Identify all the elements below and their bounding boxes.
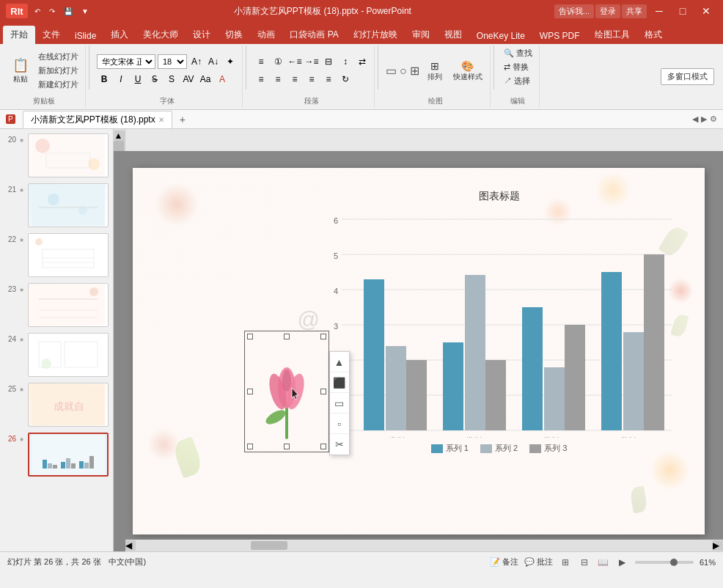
zoom-slider[interactable] [635,561,694,564]
online-slides-button[interactable]: 在线幻灯片 [36,51,81,63]
decrease-indent-button[interactable]: ←≡ [287,54,302,69]
chart-area[interactable]: 图表标题 6 5 4 3 2 1 0 [323,190,675,468]
align-center-button[interactable]: ≡ [271,72,285,87]
cm-small-rect-button[interactable]: ▫ [330,414,349,434]
multiwindow-button[interactable]: 多窗口模式 [661,68,714,85]
redo-button[interactable]: ↷ [47,7,57,16]
slide-sorter-button[interactable]: ⊟ [578,556,591,569]
line-spacing-button[interactable]: ↕ [338,54,353,69]
bullets-button[interactable]: ≡ [254,54,268,69]
increase-indent-button[interactable]: →≡ [304,54,319,69]
tab-animation[interactable]: 动画 [250,26,282,44]
font-size-select[interactable]: 18 [158,54,187,69]
add-tab-button[interactable]: + [175,111,190,128]
scroll-right-button[interactable]: ▶ [713,540,723,551]
reading-view-button[interactable]: 📖 [597,556,610,569]
paste-button[interactable]: 📋 粘贴 [7,56,34,86]
case-button[interactable]: Aa [198,72,213,87]
minimize-button[interactable]: ─ [648,4,670,18]
normal-view-button[interactable]: ⊞ [559,556,572,569]
comments-button[interactable]: 💬 批注 [524,556,553,567]
shadow-button[interactable]: S [164,72,179,87]
oval-icon[interactable]: ○ [400,65,407,78]
advertise-button[interactable]: 告诉我... [554,4,594,18]
tab-beautify[interactable]: 美化大师 [136,26,186,44]
slide-thumb-21[interactable]: 21 ★ [3,182,110,229]
handle-tm[interactable] [284,334,290,339]
font-color-button[interactable]: A [215,72,230,87]
slide-canvas[interactable]: ▲ ⬛ ▭ ▫ ✂ @ 图表标题 6 5 [114,151,723,551]
tab-next-button[interactable]: ▶ [701,114,707,124]
handle-ml[interactable] [247,389,253,394]
scroll-thumb-h[interactable] [251,541,287,550]
bold-button[interactable]: B [97,72,111,87]
tab-settings-button[interactable]: ⚙ [710,114,717,124]
tab-pocket-animation[interactable]: 口袋动画 PA [282,26,345,44]
undo-button[interactable]: ↶ [32,7,43,16]
decrease-font-button[interactable]: A↓ [206,54,221,69]
close-button[interactable]: ✕ [695,4,717,18]
cm-cut-button[interactable]: ✂ [330,434,349,455]
file-tab-close[interactable]: ✕ [158,116,164,124]
shapes-more-icon[interactable]: ⊞ [410,64,419,78]
clear-format-button[interactable]: ✦ [223,54,238,69]
quick-styles-button[interactable]: 🎨 快速样式 [450,59,485,84]
tab-transition[interactable]: 切换 [218,26,250,44]
slide-thumb-26[interactable]: 26 ★ [3,431,110,478]
maximize-button[interactable]: □ [672,4,694,18]
direction-button[interactable]: ⇄ [355,54,370,69]
replace-button[interactable]: ⇄ 替换 [502,61,535,73]
align-left-button[interactable]: ≡ [254,72,268,87]
login-button[interactable]: 登录 [595,4,620,18]
increase-font-button[interactable]: A↑ [189,54,204,69]
customize-qa[interactable]: ▼ [79,7,91,16]
notes-button[interactable]: 📝 备注 [490,556,518,567]
find-button[interactable]: 🔍 查找 [502,47,535,59]
file-tab-item[interactable]: 小清新文艺风PPT模板 (18).pptx ✕ [23,111,172,128]
shape-arrange-button[interactable]: ⊞ 排列 [422,59,448,84]
slideshow-button[interactable]: ▶ [616,556,629,569]
scroll-left-button[interactable]: ◀ [125,540,136,551]
cm-up-button[interactable]: ▲ [330,352,349,372]
tab-slideshow[interactable]: 幻灯片放映 [346,26,405,44]
rectangle-icon[interactable]: ▭ [386,64,397,78]
tab-start[interactable]: 开始 [3,26,35,44]
tab-islide[interactable]: iSlide [67,28,103,44]
tab-design[interactable]: 设计 [186,26,218,44]
zoom-thumb[interactable] [670,559,678,566]
underline-button[interactable]: U [131,72,145,87]
tab-onekey[interactable]: OneKey Lite [469,28,532,44]
slide-thumb-24[interactable]: 24 ★ [3,331,110,378]
align-right-button[interactable]: ≡ [287,72,302,87]
slide-thumb-20[interactable]: 20 ★ [3,132,110,179]
font-family-select[interactable]: 华文宋体 正 [97,54,155,69]
column-button[interactable]: ⊟ [321,54,336,69]
align-distribute-button[interactable]: ≡ [321,72,336,87]
slide-thumb-25[interactable]: 25 ★ 成就自 [3,381,110,428]
tab-drawing-tools[interactable]: 绘图工具 [587,26,637,44]
align-justify-button[interactable]: ≡ [304,72,319,87]
strikethrough-button[interactable]: S̶ [147,72,162,87]
smart-art-button[interactable]: ↻ [338,72,353,87]
cm-square-button[interactable]: ⬛ [330,372,349,393]
tab-insert[interactable]: 插入 [103,26,136,44]
new-page-button[interactable]: 新建幻灯片 [36,78,81,91]
tab-review[interactable]: 审阅 [405,26,437,44]
share-button[interactable]: 共享 [622,4,647,18]
numbering-button[interactable]: ① [271,54,285,69]
handle-tl[interactable] [247,334,253,339]
italic-button[interactable]: I [114,72,128,87]
tab-view[interactable]: 视图 [437,26,469,44]
handle-bl[interactable] [247,444,253,449]
tab-prev-button[interactable]: ◀ [692,114,698,124]
font-spacing-button[interactable]: AV [181,72,196,87]
tab-file[interactable]: 文件 [35,26,67,44]
scroll-up-button[interactable]: ▲ [114,131,125,141]
handle-bm[interactable] [284,444,290,449]
tab-wps-pdf[interactable]: WPS PDF [532,28,587,44]
select-button[interactable]: ↗ 选择 [502,75,535,87]
save-button[interactable]: 💾 [62,7,75,16]
cm-rect-button[interactable]: ▭ [330,393,349,414]
tab-format[interactable]: 格式 [637,26,669,44]
new-slide-button[interactable]: 新加幻灯片 [36,65,81,77]
